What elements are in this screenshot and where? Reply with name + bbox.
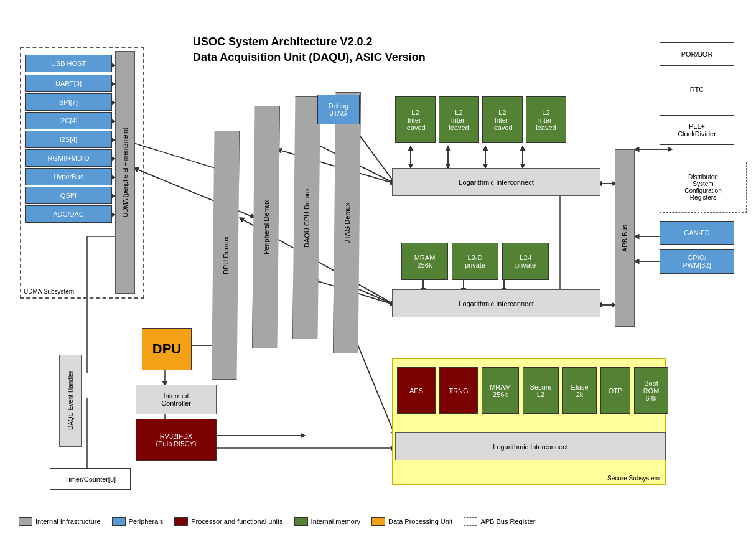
timer-counter: Timer/Counter[8] <box>50 468 131 490</box>
legend-label-peripherals: Peripherals <box>129 518 164 525</box>
legend-dpu: Data Processing Unit <box>371 517 452 526</box>
page-title: USOC System Architecture V2.0.2 Data Acq… <box>193 34 426 65</box>
pll: PLL+ ClockDivider <box>660 115 734 145</box>
dist-sys-conf: Distributed System Configuration Registe… <box>660 162 747 213</box>
debug-jtag: Debug JTAG <box>317 95 360 124</box>
l2-interleaved-2: L2 Inter- leaved <box>439 96 479 143</box>
l2-interleaved-3: L2 Inter- leaved <box>482 96 523 143</box>
legend-apb: APB Bus Register <box>464 517 535 526</box>
can-fd: CAN-FD <box>660 221 734 245</box>
l2d-private: L2-D private <box>452 243 498 280</box>
peripheral-demux: Peripheral Demux <box>252 106 280 348</box>
legend-label-infrastructure: Internal Infrastructure <box>35 518 101 525</box>
trng-box: TRNG <box>439 367 478 414</box>
daqu-event-handler: DAQU Event Handler <box>59 355 82 447</box>
diagram: USOC System Architecture V2.0.2 Data Acq… <box>0 0 756 537</box>
apb-bus: APB Bus <box>615 149 635 327</box>
aes-box: AES <box>397 367 436 414</box>
l2i-private: L2-I private <box>502 243 549 280</box>
qspi-box: QSPI <box>25 187 112 204</box>
efuse: Efuse 2k <box>562 367 597 414</box>
rgmii-box: RGMII+MDIO <box>25 149 112 167</box>
legend-label-memory: Internal memory <box>311 518 360 525</box>
legend-box-dpu <box>371 517 385 526</box>
legend-box-infrastructure <box>19 517 32 526</box>
legend-peripherals: Peripherals <box>112 517 164 526</box>
l2-interleaved-4: L2 Inter- leaved <box>526 96 566 143</box>
udma-label: UDMA (peripheral + mem2mem) <box>115 51 135 294</box>
legend-label-processor: Processor and functional units <box>191 518 282 525</box>
log-interconnect-bot: Logarithmic Interconnect <box>395 432 666 460</box>
gpio-pwm: GPIO/ PWM[32] <box>660 249 734 274</box>
interrupt-controller: Interrupt Controller <box>136 385 217 414</box>
legend-box-apb <box>464 517 477 526</box>
legend-label-dpu: Data Processing Unit <box>388 518 452 525</box>
uart-box: UART[3] <box>25 75 112 92</box>
i2s-box: I2S[4] <box>25 131 112 148</box>
rv32ifdx: RV32IFDX (Pulp RI5CY) <box>136 419 217 461</box>
l2-interleaved-1: L2 Inter- leaved <box>395 96 436 143</box>
dpu-demux: DPU Demux <box>212 131 240 380</box>
spi-box: SPI[7] <box>25 93 112 111</box>
mram256k-secure: MRAM 256k <box>482 367 519 414</box>
adcdac-box: ADC/DAC <box>25 205 112 223</box>
legend-memory: Internal memory <box>294 517 360 526</box>
mram-256k-top: MRAM 256k <box>401 243 448 280</box>
legend-box-processor <box>174 517 188 526</box>
jtag-demux: JTAG Demux <box>333 92 361 353</box>
legend-label-apb: APB Bus Register <box>480 518 535 525</box>
boot-rom: Boot ROM 64k <box>634 367 668 414</box>
secure-l2: Secure L2 <box>523 367 559 414</box>
udma-subsystem-label: UDMA Subsystem <box>24 288 74 295</box>
legend-infrastructure: Internal Infrastructure <box>19 517 101 526</box>
secure-subsystem-label: Secure Subsystem <box>607 475 660 482</box>
daqu-cpu-demux: DAQU CPU Demux <box>292 96 320 339</box>
legend-box-peripherals <box>112 517 126 526</box>
otp: OTP <box>600 367 630 414</box>
por-bor: POR/BOR <box>660 42 734 66</box>
log-interconnect-mid: Logarithmic Interconnect <box>392 289 600 317</box>
legend-processor: Processor and functional units <box>174 517 282 526</box>
legend-box-memory <box>294 517 308 526</box>
rtc: RTC <box>660 78 734 101</box>
hyperbus-box: HyperBus <box>25 168 112 185</box>
i2c-box: I2C[4] <box>25 112 112 129</box>
usb-host-box: USB HOST <box>25 55 112 72</box>
log-interconnect-top: Logarithmic Interconnect <box>392 168 600 196</box>
legend: Internal Infrastructure Peripherals Proc… <box>19 517 546 526</box>
dpu-box: DPU <box>142 328 192 370</box>
svg-line-11 <box>134 143 215 168</box>
